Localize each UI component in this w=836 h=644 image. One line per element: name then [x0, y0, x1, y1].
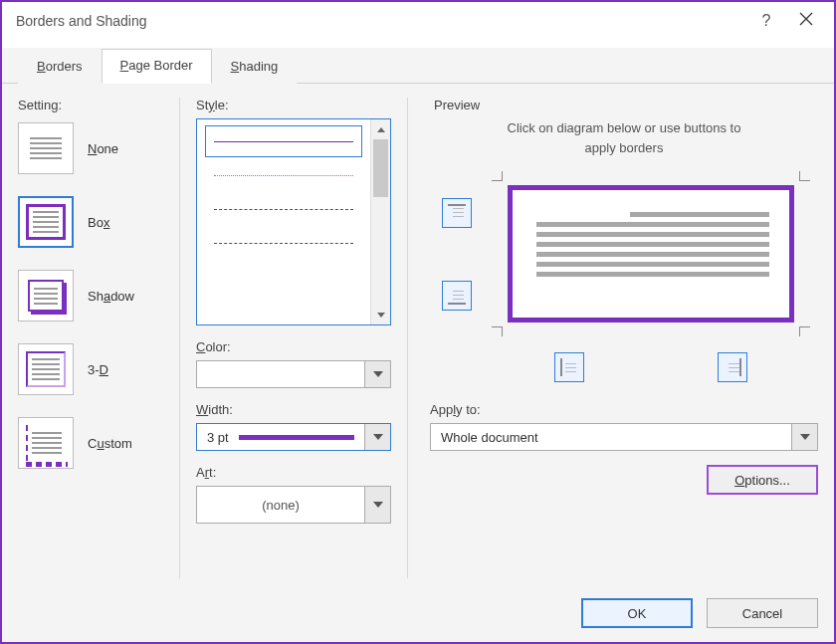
titlebar: Borders and Shading ? [2, 2, 834, 40]
art-combobox[interactable]: (none) [196, 486, 391, 524]
border-bottom-toggle[interactable] [442, 281, 472, 311]
preview-group: Preview Click on diagram below or use bu… [430, 98, 818, 390]
style-item-dashed[interactable] [205, 227, 362, 259]
help-button[interactable]: ? [746, 12, 786, 30]
setting-none-label: None [88, 141, 118, 156]
apply-to-value: Whole document [441, 430, 538, 445]
preview-group-label: Preview [434, 98, 480, 112]
style-listbox[interactable] [196, 118, 391, 325]
style-scrollbar[interactable] [370, 119, 390, 324]
setting-option-none[interactable]: None [18, 122, 157, 174]
border-left-toggle[interactable] [554, 352, 584, 382]
setting-none-icon [18, 122, 74, 174]
setting-shadow-label: Shadow [88, 289, 134, 304]
tab-shading-label: hading [239, 59, 278, 74]
scroll-thumb[interactable] [373, 139, 388, 197]
color-combobox[interactable] [196, 360, 391, 388]
style-label: Style: [196, 98, 391, 112]
art-value: (none) [262, 498, 300, 513]
setting-option-shadow[interactable]: Shadow [18, 270, 157, 322]
width-combobox[interactable]: 3 pt [196, 423, 391, 451]
scroll-up-icon[interactable] [371, 119, 390, 139]
style-column: Style: Color: Wi [179, 98, 408, 578]
style-item-solid[interactable] [205, 125, 362, 157]
close-button[interactable] [786, 12, 826, 30]
setting-3d-icon [18, 343, 74, 395]
dialog-body: Setting: None Box Shadow 3-D Custom [2, 84, 834, 588]
preview-column: Preview Click on diagram below or use bu… [430, 98, 818, 578]
apply-to-combobox[interactable]: Whole document [430, 423, 818, 451]
chevron-down-icon [364, 361, 390, 387]
setting-shadow-icon [18, 270, 74, 322]
scroll-down-icon[interactable] [371, 305, 390, 324]
tab-borders[interactable]: Borders [18, 50, 102, 84]
art-label: Art: [196, 465, 391, 480]
setting-box-label: Box [88, 215, 109, 230]
options-button[interactable]: Options... [707, 465, 818, 495]
preview-hint: Click on diagram below or use buttons to… [495, 118, 753, 157]
setting-column: Setting: None Box Shadow 3-D Custom [18, 98, 157, 578]
style-item-dotted[interactable] [205, 159, 362, 191]
width-value: 3 pt [207, 430, 229, 445]
cancel-button[interactable]: Cancel [707, 598, 818, 628]
setting-option-3d[interactable]: 3-D [18, 343, 157, 395]
preview-page-icon [508, 185, 794, 322]
tab-page-border-label: age Border [128, 58, 192, 73]
setting-3d-label: 3-D [88, 362, 108, 377]
setting-custom-label: Custom [88, 436, 132, 451]
setting-custom-icon [18, 417, 74, 469]
ok-button[interactable]: OK [581, 598, 693, 628]
preview-diagram[interactable] [488, 171, 814, 336]
tab-borders-label: orders [46, 59, 83, 74]
setting-option-custom[interactable]: Custom [18, 417, 157, 469]
border-top-toggle[interactable] [442, 198, 472, 228]
width-preview-bar [239, 435, 354, 440]
setting-box-icon [18, 196, 74, 248]
chevron-down-icon [364, 424, 390, 450]
style-item-dashdot[interactable] [205, 261, 362, 293]
borders-and-shading-dialog: Borders and Shading ? Borders Page Borde… [0, 0, 836, 644]
options-button-rest: ptions... [744, 473, 790, 488]
setting-label: Setting: [18, 98, 157, 112]
window-title: Borders and Shading [16, 13, 746, 29]
color-label: Color: [196, 339, 391, 354]
dialog-footer: OK Cancel [2, 588, 834, 642]
chevron-down-icon [364, 487, 390, 523]
setting-option-box[interactable]: Box [18, 196, 157, 248]
style-item-dashed-small[interactable] [205, 193, 362, 225]
chevron-down-icon [791, 424, 817, 450]
apply-to-label: Apply to: [430, 402, 818, 417]
tab-strip: Borders Page Border Shading [2, 40, 834, 84]
scroll-track[interactable] [371, 139, 390, 305]
style-list [197, 119, 370, 324]
width-label: Width: [196, 402, 391, 417]
border-right-toggle[interactable] [718, 352, 747, 382]
tab-shading[interactable]: Shading [212, 50, 298, 84]
tab-page-border[interactable]: Page Border [102, 49, 212, 84]
